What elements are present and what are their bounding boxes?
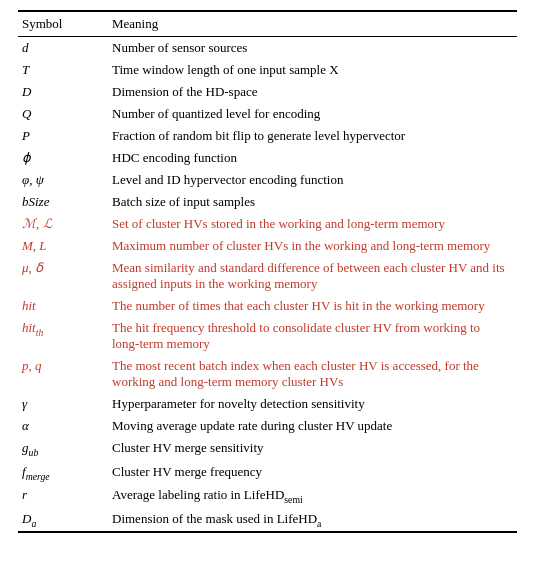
table-row: PFraction of random bit flip to generate… (18, 125, 517, 147)
meaning-cell: The hit frequency threshold to consolida… (108, 317, 517, 355)
meaning-cell: Dimension of the mask used in LifeHDa (108, 508, 517, 533)
table-row: fmergeCluster HV merge frequency (18, 461, 517, 485)
symbol-cell: fmerge (18, 461, 108, 485)
meaning-cell: Set of cluster HVs stored in the working… (108, 213, 517, 235)
table-row: hitThe number of times that each cluster… (18, 295, 517, 317)
symbol-cell: μ, ẟ (18, 257, 108, 295)
meaning-cell: Batch size of input samples (108, 191, 517, 213)
table-row: ϕHDC encoding function (18, 147, 517, 169)
table-row: φ, ψLevel and ID hypervector encoding fu… (18, 169, 517, 191)
symbol-cell: T (18, 59, 108, 81)
table-row: ℳ, ℒSet of cluster HVs stored in the wor… (18, 213, 517, 235)
meaning-cell: Fraction of random bit flip to generate … (108, 125, 517, 147)
symbol-table: Symbol Meaning dNumber of sensor sources… (18, 10, 517, 533)
column-header-meaning: Meaning (108, 11, 517, 37)
meaning-cell: Level and ID hypervector encoding functi… (108, 169, 517, 191)
symbol-cell: M, L (18, 235, 108, 257)
symbol-cell: hit (18, 295, 108, 317)
meaning-cell: HDC encoding function (108, 147, 517, 169)
symbol-cell: r (18, 484, 108, 508)
table-row: μ, ẟMean similarity and standard differe… (18, 257, 517, 295)
meaning-cell: The number of times that each cluster HV… (108, 295, 517, 317)
meaning-cell: Number of sensor sources (108, 37, 517, 60)
symbol-cell: hitth (18, 317, 108, 355)
meaning-cell: Mean similarity and standard difference … (108, 257, 517, 295)
meaning-cell: Moving average update rate during cluste… (108, 415, 517, 437)
symbol-cell: gub (18, 437, 108, 461)
meaning-cell: Number of quantized level for encoding (108, 103, 517, 125)
meaning-cell: Dimension of the HD-space (108, 81, 517, 103)
table-row: M, LMaximum number of cluster HVs in the… (18, 235, 517, 257)
symbol-cell: bSize (18, 191, 108, 213)
table-row: DaDimension of the mask used in LifeHDa (18, 508, 517, 533)
meaning-cell: Cluster HV merge sensitivity (108, 437, 517, 461)
table-row: αMoving average update rate during clust… (18, 415, 517, 437)
table-row: p, qThe most recent batch index when eac… (18, 355, 517, 393)
table-row: rAverage labeling ratio in LifeHDsemi (18, 484, 517, 508)
meaning-cell: Time window length of one input sample X (108, 59, 517, 81)
meaning-cell: Maximum number of cluster HVs in the wor… (108, 235, 517, 257)
symbol-cell: φ, ψ (18, 169, 108, 191)
meaning-cell: Hyperparameter for novelty detection sen… (108, 393, 517, 415)
table-row: TTime window length of one input sample … (18, 59, 517, 81)
meaning-cell: The most recent batch index when each cl… (108, 355, 517, 393)
table-row: γHyperparameter for novelty detection se… (18, 393, 517, 415)
table-row: QNumber of quantized level for encoding (18, 103, 517, 125)
table-row: dNumber of sensor sources (18, 37, 517, 60)
symbol-cell: D (18, 81, 108, 103)
table-row: gubCluster HV merge sensitivity (18, 437, 517, 461)
symbol-cell: d (18, 37, 108, 60)
symbol-cell: Da (18, 508, 108, 533)
symbol-cell: γ (18, 393, 108, 415)
meaning-cell: Average labeling ratio in LifeHDsemi (108, 484, 517, 508)
symbol-cell: α (18, 415, 108, 437)
table-row: DDimension of the HD-space (18, 81, 517, 103)
meaning-cell: Cluster HV merge frequency (108, 461, 517, 485)
symbol-cell: ϕ (18, 147, 108, 169)
symbol-cell: P (18, 125, 108, 147)
symbol-cell: ℳ, ℒ (18, 213, 108, 235)
column-header-symbol: Symbol (18, 11, 108, 37)
table-row: hitthThe hit frequency threshold to cons… (18, 317, 517, 355)
table-row: bSizeBatch size of input samples (18, 191, 517, 213)
symbol-cell: Q (18, 103, 108, 125)
symbol-cell: p, q (18, 355, 108, 393)
